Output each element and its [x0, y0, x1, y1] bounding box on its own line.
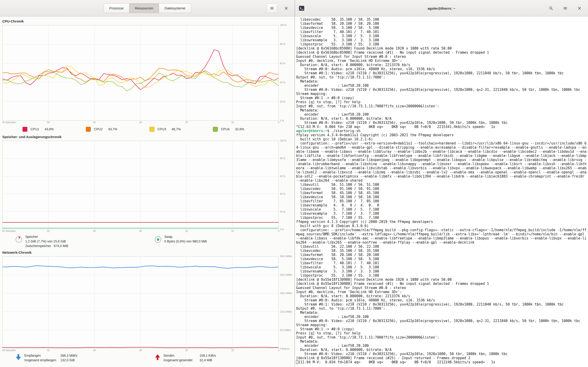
- x-axis-label: 10: [231, 349, 234, 352]
- send-value: 108,1 KiB/s: [199, 353, 216, 358]
- receive-total-label: Insgesamt empfangen: [24, 358, 61, 362]
- window-close-button[interactable]: [281, 3, 292, 13]
- cpu-legend-item: CPU432,6%: [213, 127, 244, 132]
- memory-x-axis: 60 Sekunden50403020100: [2, 229, 279, 233]
- x-axis-label: 60 Sekunden: [2, 230, 16, 232]
- prompt-user-host: agsler@thorrx: [296, 129, 323, 133]
- network-receive-legend-item: Empfangen 266,3 MiB/s Insgesamt empfange…: [16, 353, 155, 362]
- terminal-title: agsler@thorrx: ~: [428, 6, 455, 10]
- y-axis-label: 100 %: [280, 140, 286, 142]
- x-axis-label: 20: [185, 230, 188, 232]
- x-axis-label: 50: [47, 349, 50, 352]
- y-axis-label: 40 %: [280, 193, 285, 195]
- network-chart: [2, 257, 278, 348]
- x-axis-label: 20: [185, 349, 188, 352]
- cpu-chart: [2, 25, 278, 120]
- memory-section: Speicher- und Auslagerungschronik 100 %8…: [2, 134, 294, 250]
- memory-pie-icon: [16, 236, 22, 243]
- cpu-legend-item: CPU143,8%: [23, 127, 54, 132]
- x-axis-label: 30: [139, 121, 142, 124]
- swap-pie-dot: [157, 238, 159, 241]
- cpu-color-swatch[interactable]: [213, 127, 218, 132]
- y-axis-label: 80 %: [280, 43, 285, 45]
- memory-label: Speicher: [25, 234, 68, 239]
- x-axis-label: 10: [231, 121, 234, 124]
- terminal-cursor: [296, 360, 298, 364]
- network-section: Netzwerk-Chronik 300,0 MiB/s240,0 MiB/s1…: [2, 250, 294, 365]
- memory-usage: 1,2 GiB (7,7%) von 15,6 GiB: [25, 239, 68, 244]
- network-chart-plot: [2, 256, 279, 349]
- receive-label: Empfangen: [24, 353, 61, 358]
- y-axis-label: 60 %: [280, 62, 285, 65]
- memory-cache-value: 674,0 MiB: [54, 244, 68, 248]
- cpu-y-axis: 100 %80 %60 %40 %20 %0 %: [279, 25, 294, 121]
- cpu-color-swatch[interactable]: [149, 127, 154, 132]
- y-axis-label: 120,0 MiB/s: [280, 310, 292, 313]
- cpu-value: 43,7%: [108, 127, 117, 131]
- cpu-legend-item: CPU346,7%: [149, 127, 181, 132]
- memory-y-axis: 100 %80 %60 %40 %20 %0 %: [279, 141, 294, 229]
- y-axis-label: 40 %: [280, 81, 285, 84]
- y-axis-label: 240,0 MiB/s: [280, 273, 292, 276]
- y-axis-label: 20 %: [280, 210, 285, 213]
- cpu-label: CPU3: [157, 127, 166, 131]
- network-section-title: Netzwerk-Chronik: [2, 250, 294, 256]
- terminal-close-button[interactable]: [574, 3, 585, 13]
- send-label: Senden: [164, 353, 199, 358]
- y-axis-label: 80 %: [280, 157, 285, 160]
- y-axis-label: 0 Bytes/s: [280, 348, 289, 350]
- y-axis-label: 60,0 MiB/s: [280, 329, 291, 332]
- memory-chart-plot: [2, 141, 279, 229]
- tab-prozesse[interactable]: Prozesse: [104, 3, 130, 13]
- cpu-legend: CPU143,8%CPU243,7%CPU346,7%CPU432,6%: [2, 124, 279, 134]
- x-axis-label: 40: [93, 230, 95, 232]
- memory-chart: [2, 141, 278, 229]
- x-axis-label: 40: [93, 121, 95, 124]
- memory-cache-row: Zwischenspeicher674,0 MiB: [25, 244, 68, 248]
- x-axis-label: 10: [231, 230, 234, 232]
- system-monitor-headerbar: ProzesseRessourcenDateisysteme: [0, 0, 295, 17]
- swap-label: Swap: [164, 234, 207, 239]
- x-axis-label: 50: [47, 121, 50, 124]
- cpu-color-swatch[interactable]: [86, 127, 91, 132]
- prompt-path: ~: [325, 129, 327, 133]
- cpu-legend-item: CPU243,7%: [86, 127, 117, 132]
- network-legend: Empfangen 266,3 MiB/s Insgesamt empfange…: [2, 352, 294, 365]
- terminal-search-button[interactable]: [546, 3, 556, 13]
- cpu-label: CPU4: [221, 127, 229, 131]
- send-total-label: Insgesamt gesendet: [164, 358, 199, 362]
- terminal-menu-button[interactable]: [560, 3, 571, 13]
- y-axis-label: 100 %: [280, 24, 286, 26]
- x-axis-label: 50: [47, 230, 50, 232]
- y-axis-label: 300,0 MiB/s: [280, 255, 292, 258]
- terminal-output[interactable]: libavcodec 58. 35.100 / 58. 35.100 libav…: [295, 17, 586, 367]
- send-arrow-up-icon: [155, 354, 160, 360]
- memory-section-title: Speicher- und Auslagerungschronik: [2, 134, 294, 141]
- tab-dateisysteme[interactable]: Dateisysteme: [159, 3, 191, 13]
- memory-legend: Speicher 1,2 GiB (7,7%) von 15,6 GiB Zwi…: [2, 233, 294, 250]
- x-axis-label: 60 Sekunden: [2, 349, 16, 352]
- close-icon: [284, 6, 288, 10]
- network-x-axis: 60 Sekunden50403020100: [2, 349, 279, 352]
- tab-ressourcen[interactable]: Ressourcen: [129, 3, 159, 13]
- close-icon: [578, 6, 581, 10]
- search-icon: [549, 6, 553, 10]
- terminal-window: agsler@thorrx: ~: [295, 0, 588, 367]
- receive-total-value: 132,0 GiB: [61, 358, 78, 362]
- cpu-label: CPU1: [31, 127, 39, 131]
- primary-menu-button[interactable]: [267, 3, 277, 13]
- x-axis-label: 0: [278, 230, 279, 232]
- x-axis-label: 0: [278, 121, 279, 124]
- cpu-x-axis: 60 Sekunden50403020100: [2, 121, 279, 124]
- y-axis-label: 20 %: [280, 100, 285, 103]
- x-axis-label: 30: [139, 230, 142, 232]
- x-axis-label: 0: [278, 349, 279, 352]
- swap-legend-item: Swap 0 Bytes (0,0%) von 980,0 MiB: [155, 234, 294, 244]
- cpu-color-swatch[interactable]: [23, 127, 27, 132]
- cpu-value: 43,8%: [44, 127, 54, 131]
- y-axis-label: 60 %: [280, 175, 285, 177]
- cpu-value: 32,6%: [235, 127, 244, 131]
- cpu-section: CPU-Chronik 100 %80 %60 %40 %20 %0 % 60 …: [2, 18, 294, 134]
- terminal-app-icon: [299, 5, 304, 11]
- network-y-axis: 300,0 MiB/s240,0 MiB/s180,0 MiB/s120,0 M…: [279, 256, 294, 349]
